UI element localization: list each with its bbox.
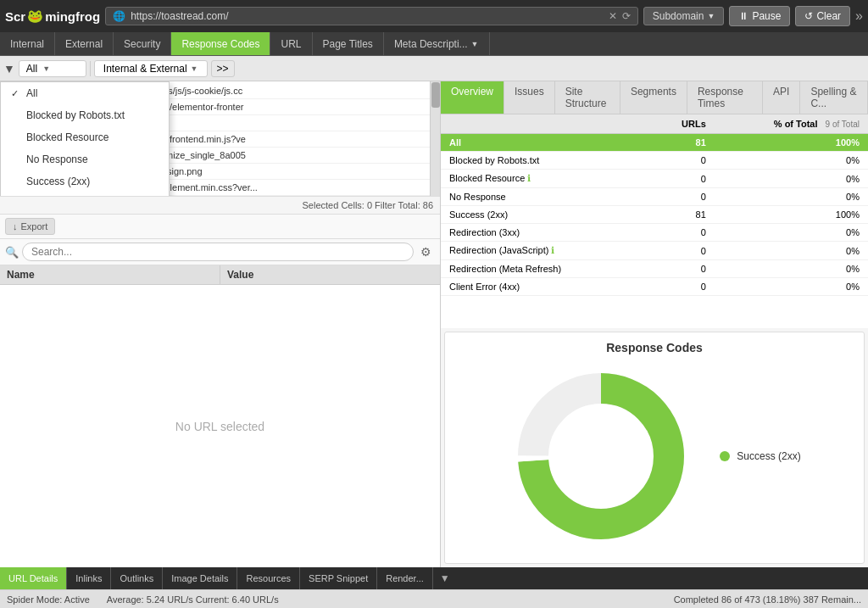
app-logo: Scr 🐸 mingfrog	[5, 8, 100, 24]
tab-page-titles[interactable]: Page Titles	[313, 32, 384, 55]
chevron-down-icon: ▼	[707, 12, 715, 20]
row-pct: 0%	[715, 260, 868, 278]
chart-container: Success (2xx)	[508, 363, 800, 549]
scrollbar[interactable]	[430, 81, 440, 196]
tab-internal[interactable]: Internal	[0, 32, 55, 55]
pause-button[interactable]: ⏸ Pause	[729, 6, 790, 26]
tab-url[interactable]: URL	[270, 32, 312, 55]
filter-all-label: All	[26, 63, 37, 75]
legend-dot-success	[720, 451, 730, 461]
subdomain-button[interactable]: Subdomain ▼	[643, 7, 725, 25]
bottom-tab-url-details[interactable]: URL Details	[0, 567, 67, 589]
scroll-thumb[interactable]	[431, 82, 440, 108]
dropdown-item-all[interactable]: ✓ All	[1, 82, 169, 104]
info-icon[interactable]: ℹ	[551, 245, 554, 255]
more-filter-icon: >>	[217, 63, 229, 75]
url-text: https://toastread.com/	[131, 10, 228, 22]
more-filter-button[interactable]: >>	[211, 60, 235, 77]
row-urls: 0	[653, 170, 715, 188]
table-row[interactable]: Redirection (Meta Refresh) 0 0%	[441, 260, 868, 278]
bottom-tabs: URL Details Inlinks Outlinks Image Detai…	[0, 567, 868, 589]
table-row[interactable]: Blocked Resource ℹ 0 0%	[441, 170, 868, 188]
row-label: Client Error (4xx)	[441, 278, 653, 296]
tab-overview[interactable]: Overview	[441, 81, 504, 114]
bottom-tab-image-details[interactable]: Image Details	[163, 567, 237, 589]
tab-issues[interactable]: Issues	[504, 81, 555, 114]
table-row[interactable]: Blocked by Robots.txt 0 0%	[441, 152, 868, 170]
search-input[interactable]	[22, 243, 414, 261]
check-icon: ✓	[11, 88, 21, 99]
filter-all-dropdown[interactable]: All ▼	[19, 60, 86, 77]
int-ext-dropdown[interactable]: Internal & External ▼	[94, 60, 208, 77]
bottom-tab-render[interactable]: Render...	[377, 567, 433, 589]
table-row[interactable]: Redirection (3xx) 0 0%	[441, 224, 868, 242]
export-label: Export	[21, 221, 48, 231]
main-content: .../content/plugins/woocommerce/assets/j…	[0, 81, 868, 567]
clear-button[interactable]: ↺ Clear	[795, 6, 850, 26]
filter-options-icon[interactable]: ⚙	[417, 243, 435, 260]
bottom-tab-more[interactable]: ▼	[433, 567, 457, 589]
tab-meta-desc[interactable]: Meta Descripti... ▼	[384, 32, 490, 55]
close-url-icon[interactable]: ✕	[609, 10, 617, 22]
status-speed: Average: 5.24 URL/s Current: 6.40 URL/s	[107, 594, 279, 605]
row-label: Redirection (3xx)	[441, 224, 653, 242]
tab-api[interactable]: API	[763, 81, 800, 114]
row-pct: 0%	[715, 242, 868, 260]
tab-response-codes[interactable]: Response Codes	[171, 32, 270, 55]
tab-site-structure[interactable]: Site Structure	[555, 81, 620, 114]
bottom-tab-inlinks[interactable]: Inlinks	[67, 567, 111, 589]
row-label: All	[441, 134, 653, 152]
more-icon[interactable]: »	[855, 8, 863, 24]
table-row[interactable]: No Response 0 0%	[441, 188, 868, 206]
dropdown-item-redirect-3xx[interactable]: Redirection (3xx)	[1, 192, 169, 196]
pause-icon: ⏸	[738, 10, 748, 22]
clear-label: Clear	[816, 10, 841, 22]
overview-tabs: Overview Issues Site Structure Segments …	[441, 81, 868, 114]
legend-item-success[interactable]: Success (2xx)	[720, 450, 800, 462]
info-icon[interactable]: ℹ	[527, 173, 531, 183]
tab-spelling[interactable]: Spelling & C...	[800, 81, 868, 114]
dropdown-item-label: Blocked by Robots.txt	[26, 109, 125, 121]
total-count-badge: 9 of Total	[826, 120, 860, 129]
table-row-all[interactable]: All 81 100%	[441, 134, 868, 152]
dropdown-item-blocked-robots[interactable]: Blocked by Robots.txt	[1, 104, 169, 126]
row-pct: 0%	[715, 170, 868, 188]
dropdown-item-blocked-resource[interactable]: Blocked Resource	[1, 126, 169, 148]
export-row: ↓ Export	[0, 215, 440, 239]
row-pct: 100%	[715, 206, 868, 224]
tab-external[interactable]: External	[55, 32, 114, 55]
bottom-tab-outlinks[interactable]: Outlinks	[111, 567, 163, 589]
export-button[interactable]: ↓ Export	[5, 218, 55, 235]
subdomain-label: Subdomain	[653, 10, 704, 22]
row-urls: 81	[653, 134, 715, 152]
dropdown-item-no-response[interactable]: No Response	[1, 148, 169, 170]
legend-label-success: Success (2xx)	[737, 450, 800, 462]
topbar: Scr 🐸 mingfrog 🌐 https://toastread.com/ …	[0, 0, 868, 32]
url-bar[interactable]: 🌐 https://toastread.com/ ✕ ⟳	[105, 7, 638, 25]
search-icon: 🔍	[5, 246, 19, 259]
row-urls: 0	[653, 152, 715, 170]
status-spider-mode: Spider Mode: Active	[7, 594, 90, 605]
search-row: 🔍 ⚙	[0, 239, 440, 265]
right-panel: Overview Issues Site Structure Segments …	[441, 81, 868, 567]
table-row[interactable]: Success (2xx) 81 100%	[441, 206, 868, 224]
dropdown-item-label: No Response	[26, 153, 88, 165]
row-pct: 100%	[715, 134, 868, 152]
row-pct: 0%	[715, 152, 868, 170]
tab-segments[interactable]: Segments	[620, 81, 687, 114]
logo-text-scr: Scr	[5, 9, 25, 24]
filter-icon: ▼	[3, 62, 15, 75]
chart-area: Response Codes Su	[444, 332, 865, 564]
export-icon: ↓	[13, 221, 18, 231]
table-row[interactable]: Redirection (JavaScript) ℹ 0 0%	[441, 242, 868, 260]
tab-security[interactable]: Security	[114, 32, 171, 55]
bottom-tab-resources[interactable]: Resources	[237, 567, 300, 589]
pause-label: Pause	[752, 10, 781, 22]
reload-icon[interactable]: ⟳	[622, 10, 631, 22]
col-urls-header: URLs	[653, 114, 715, 134]
dropdown-item-success[interactable]: Success (2xx)	[1, 170, 169, 192]
chart-title: Response Codes	[606, 341, 703, 354]
table-row[interactable]: Client Error (4xx) 0 0%	[441, 278, 868, 296]
tab-response-times[interactable]: Response Times	[687, 81, 763, 114]
bottom-tab-serp-snippet[interactable]: SERP Snippet	[300, 567, 377, 589]
